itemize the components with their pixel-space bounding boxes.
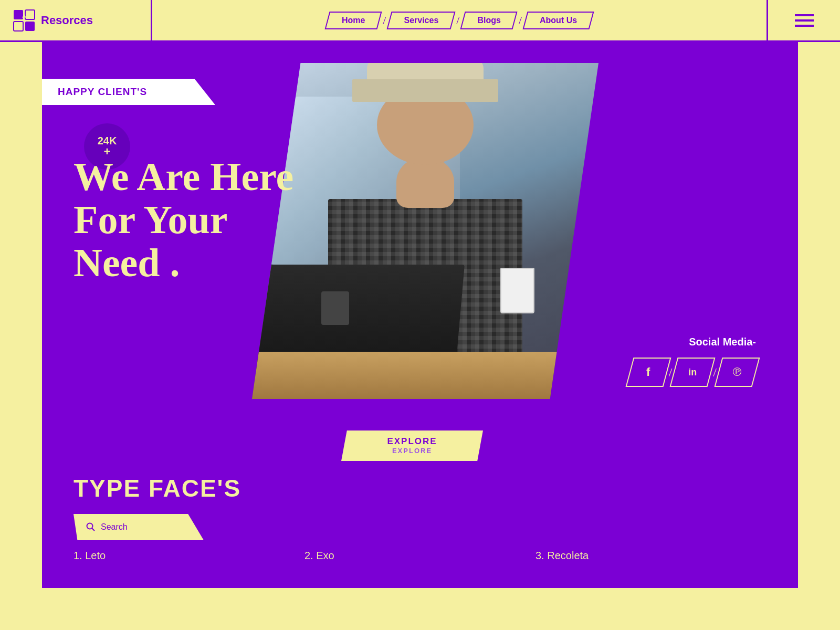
font-item-2: 2. Exo [304,550,536,562]
nav-item-about[interactable]: About Us [525,12,592,29]
stat-number: 24K [98,135,117,146]
svg-rect-2 [14,22,23,31]
logo-icon [13,9,36,32]
font-item-3: 3. Recoleta [536,550,589,562]
hero-headline: We Are Here For Your Need . [74,155,331,284]
bottom-bar [42,588,798,630]
hamburger-line-1 [795,14,814,16]
nav-item-home[interactable]: Home [327,12,380,29]
font-2-name: Exo [316,550,334,561]
svg-rect-0 [14,10,23,19]
search-bar[interactable]: Search [74,514,204,540]
nav-section: Home / Services / Blogs / About Us [152,12,766,29]
typefaces-title: TYPE FACE'S [74,474,756,502]
typefaces-section: TYPE FACE'S Search 1. Leto 2. Exo 3. Rec… [74,474,756,562]
explore-label: EXPLORE [387,437,437,447]
happy-clients-badge: HAPPY CLIENT'S [42,79,215,105]
main-content: HAPPY CLIENT'S 24K + We Are Here For You… [42,42,798,588]
linkedin-icon: in [688,367,697,378]
search-placeholder: Search [101,522,128,532]
nav-separator-3: / [519,14,522,27]
explore-button[interactable]: EXPLORE EXPLORE [341,430,483,461]
font-item-1: 1. Leto [74,550,304,562]
social-slash-2: / [713,365,717,380]
nav-item-services[interactable]: Services [389,12,453,29]
pinterest-button[interactable]: ℗ [718,358,756,387]
social-section: Social Media- f / in / ℗ [629,336,756,387]
font-1-number: 1. [74,550,85,561]
font-1-name: Leto [85,550,106,561]
hamburger-line-3 [795,25,814,27]
nav-item-blogs[interactable]: Blogs [463,12,515,29]
social-icons-row: f / in / ℗ [629,358,756,387]
svg-point-5 [87,523,93,529]
happy-clients-label: HAPPY CLIENT'S [58,86,147,97]
svg-line-6 [92,528,94,531]
social-label: Social Media- [689,336,756,348]
svg-rect-1 [25,10,35,19]
explore-shadow-text: EXPLORE [392,447,432,455]
font-2-number: 2. [304,550,316,561]
font-3-number: 3. [536,550,547,561]
pinterest-icon: ℗ [731,365,743,379]
logo-section: Resorces [0,0,152,40]
font-list: 1. Leto 2. Exo 3. Recoleta [74,550,756,562]
nav-separator-2: / [456,14,459,27]
nav-separator-1: / [383,14,386,27]
facebook-icon: f [646,365,650,379]
font-3-name: Recoleta [547,550,589,561]
facebook-button[interactable]: f [629,358,667,387]
search-icon [86,522,96,532]
linkedin-button[interactable]: in [674,358,711,387]
hamburger-menu[interactable] [795,14,814,27]
hamburger-line-2 [795,19,814,22]
headline-text: We Are Here For Your Need . [74,155,331,284]
hamburger-section[interactable] [766,0,840,40]
logo-text: Resorces [41,14,93,27]
svg-rect-3 [25,22,35,31]
